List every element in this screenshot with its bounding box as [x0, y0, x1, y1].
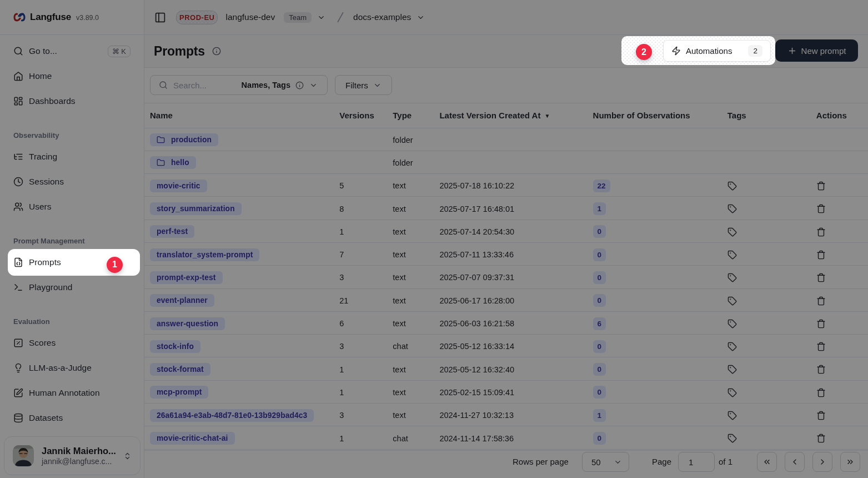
tag-icon[interactable] — [727, 319, 737, 328]
tag-icon[interactable] — [727, 411, 737, 420]
sidebar-item-llm-as-a-judge[interactable]: LLM-as-a-Judge — [7, 357, 137, 379]
col-header-observations[interactable]: Number of Observations — [588, 103, 722, 128]
trash-icon[interactable] — [816, 411, 826, 420]
table-row[interactable]: answer-question 6 text 2025-06-03 16:21:… — [144, 311, 868, 334]
table-row[interactable]: 26a61a94-e3ab-48d7-81e0-13b929bad4c3 3 t… — [144, 404, 868, 426]
breadcrumb-org[interactable]: langfuse-dev — [225, 12, 275, 22]
tag-icon[interactable] — [727, 434, 737, 443]
trash-icon[interactable] — [816, 250, 826, 260]
tag-icon[interactable] — [727, 204, 737, 213]
search-input[interactable] — [173, 81, 227, 90]
tag-icon[interactable] — [727, 296, 737, 306]
table-row[interactable]: movie-critic-chat-ai 1 chat 2024-11-14 1… — [144, 426, 868, 449]
prompt-name-pill[interactable]: mcp-prompt — [150, 386, 208, 399]
trash-icon[interactable] — [816, 388, 826, 397]
sidebar-item-tracing[interactable]: Tracing — [7, 146, 137, 168]
sidebar-item-dashboards[interactable]: Dashboards — [7, 90, 137, 112]
prompt-name-pill[interactable]: perf-test — [150, 225, 194, 238]
prompt-name-pill[interactable]: stock-format — [150, 363, 210, 376]
col-header-name[interactable]: Name — [144, 103, 334, 128]
new-prompt-button[interactable]: New prompt — [775, 39, 858, 62]
sidebar-item-datasets[interactable]: Datasets — [7, 407, 137, 429]
table-row[interactable]: translator_system-prompt 7 text 2025-07-… — [144, 242, 868, 265]
prompt-name-pill[interactable]: translator_system-prompt — [150, 248, 259, 261]
app-title: Langfuse — [30, 12, 71, 23]
tag-icon[interactable] — [727, 273, 737, 282]
first-page-button[interactable] — [757, 452, 777, 472]
chevrons-up-down-icon[interactable] — [123, 452, 132, 460]
trash-icon[interactable] — [816, 342, 826, 351]
cell-name: story_summarization — [144, 197, 334, 220]
sidebar-item-users[interactable]: Users — [7, 196, 137, 218]
sidebar-item-sessions[interactable]: Sessions — [7, 171, 137, 193]
table-row[interactable]: story_summarization 8 text 2025-07-17 16… — [144, 197, 868, 220]
prompt-name-pill[interactable]: hello — [150, 156, 196, 169]
col-header-created-at[interactable]: Latest Version Created At▼ — [434, 103, 587, 128]
prompt-name-pill[interactable]: story_summarization — [150, 202, 242, 215]
filters-button[interactable]: Filters — [335, 75, 392, 95]
prompt-name-pill[interactable]: stock-info — [150, 340, 200, 353]
col-header-type[interactable]: Type — [387, 103, 434, 128]
prompt-name-pill[interactable]: movie-critic — [150, 180, 207, 192]
cell-tags — [722, 426, 811, 449]
rows-per-page-chevron-icon — [614, 458, 622, 466]
prompt-name-pill[interactable]: answer-question — [150, 317, 225, 330]
trash-icon[interactable] — [816, 365, 826, 374]
col-header-tags[interactable]: Tags — [722, 103, 811, 128]
sidebar-item-human-annotation[interactable]: Human Annotation — [7, 382, 137, 404]
col-header-actions[interactable]: Actions — [811, 103, 868, 128]
col-header-versions[interactable]: Versions — [334, 103, 387, 128]
trash-icon[interactable] — [816, 273, 826, 282]
sidebar-item-home[interactable]: Home — [7, 65, 137, 87]
trash-icon[interactable] — [816, 227, 826, 237]
trash-icon[interactable] — [816, 319, 826, 328]
prompt-name-pill[interactable]: movie-critic-chat-ai — [150, 432, 235, 445]
org-chevron-down-icon[interactable] — [317, 13, 325, 22]
trash-icon[interactable] — [816, 204, 826, 213]
trash-icon[interactable] — [816, 296, 826, 306]
table-row[interactable]: perf-test 1 text 2025-07-14 20:54:30 0 — [144, 220, 868, 242]
sidebar-toggle-icon[interactable] — [154, 12, 166, 23]
table-row[interactable]: stock-format 1 text 2025-05-12 16:32:40 … — [144, 357, 868, 380]
prompt-name-pill[interactable]: 26a61a94-e3ab-48d7-81e0-13b929bad4c3 — [150, 409, 314, 422]
prompt-name-pill[interactable]: production — [150, 133, 218, 146]
previous-page-button[interactable] — [785, 452, 805, 472]
sidebar-item-scores[interactable]: Scores — [7, 332, 137, 354]
trash-icon[interactable] — [816, 181, 826, 191]
table-row[interactable]: event-planner 21 text 2025-06-17 16:28:0… — [144, 288, 868, 311]
prompt-name-pill[interactable]: event-planner — [150, 294, 214, 307]
table-row[interactable]: prompt-exp-test 3 text 2025-07-07 09:37:… — [144, 266, 868, 288]
project-chevron-down-icon[interactable] — [417, 13, 425, 22]
table-row[interactable]: production folder — [144, 128, 868, 151]
table-row[interactable]: stock-info 3 chat 2025-05-12 16:33:14 0 — [144, 335, 868, 357]
sidebar-item-prompts[interactable]: Prompts 1 — [7, 251, 137, 273]
tag-icon[interactable] — [727, 181, 737, 191]
tag-icon[interactable] — [727, 365, 737, 374]
page-info-icon[interactable] — [212, 47, 221, 56]
goto-search[interactable]: Go to... ⌘ K — [7, 40, 137, 62]
table-row[interactable]: hello folder — [144, 151, 868, 173]
tag-icon[interactable] — [727, 388, 737, 397]
page-number-input[interactable] — [678, 452, 715, 472]
prompt-name-pill[interactable]: prompt-exp-test — [150, 271, 223, 284]
tag-icon[interactable] — [727, 250, 737, 260]
cell-observations: 0 — [588, 380, 722, 403]
table-row[interactable]: mcp-prompt 1 text 2025-02-15 15:09:41 0 — [144, 380, 868, 403]
tag-icon[interactable] — [727, 227, 737, 237]
tag-icon[interactable] — [727, 342, 737, 351]
trash-icon[interactable] — [816, 434, 826, 443]
next-page-button[interactable] — [812, 452, 832, 472]
langfuse-logo-icon — [13, 11, 26, 23]
cell-name: 26a61a94-e3ab-48d7-81e0-13b929bad4c3 — [144, 404, 334, 426]
rows-per-page-select[interactable]: 50 — [582, 452, 629, 472]
last-page-button[interactable] — [840, 452, 860, 472]
search-scope-dropdown[interactable]: Names, Tags — [242, 81, 318, 89]
filters-label: Filters — [345, 81, 368, 90]
table-row[interactable]: movie-critic 5 text 2025-07-18 16:10:22 … — [144, 174, 868, 197]
breadcrumb-project[interactable]: docs-examples — [353, 12, 411, 22]
user-menu[interactable]: Jannik Maierho... jannik@langfuse.c... — [4, 436, 141, 475]
search-box[interactable]: Names, Tags — [150, 75, 328, 95]
environment-badge[interactable]: PROD-EU — [176, 11, 218, 24]
automations-button[interactable]: Automations 2 — [663, 40, 771, 62]
sidebar-item-playground[interactable]: Playground — [7, 276, 137, 298]
